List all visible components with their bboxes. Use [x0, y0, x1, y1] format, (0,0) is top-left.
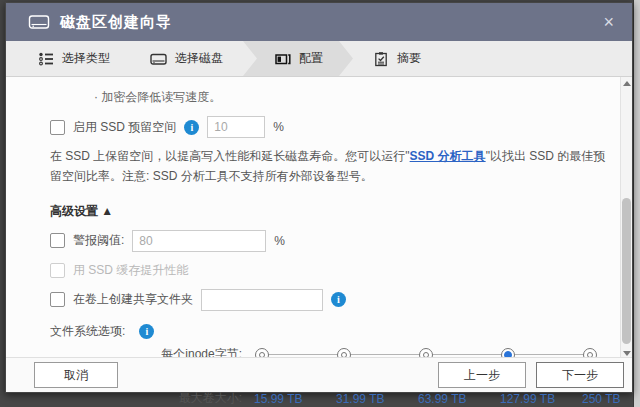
close-icon[interactable]: ×	[597, 11, 620, 33]
description-part1: 在 SSD 上保留空间，以提高写入性能和延长磁盘寿命。您可以运行"	[50, 149, 410, 163]
max-volume-value: 250 TB	[582, 390, 640, 407]
max-volume-value: 15.99 TB	[254, 390, 336, 407]
filesystem-options-label: 文件系统选项:	[50, 323, 125, 340]
step-label: 摘要	[397, 50, 421, 67]
max-volume-value: 127.99 TB	[500, 390, 582, 407]
summary-icon	[373, 51, 389, 67]
shared-folder-label: 在卷上创建共享文件夹	[73, 291, 193, 308]
max-volume-value: 63.99 TB	[418, 390, 500, 407]
max-volume-value: 31.99 TB	[336, 390, 418, 407]
percent-unit: %	[274, 234, 285, 248]
step-label: 选择磁盘	[175, 50, 223, 67]
ssd-reserve-label: 启用 SSD 预留空间	[73, 119, 176, 136]
type-list-icon	[38, 51, 54, 67]
ssd-reserve-row: 启用 SSD 预留空间 i %	[50, 116, 612, 138]
ssd-cache-label: 用 SSD 缓存提升性能	[73, 262, 188, 279]
step-select-disks[interactable]: 选择磁盘	[130, 41, 243, 76]
ssd-reserve-input[interactable]	[207, 116, 265, 138]
alert-threshold-input[interactable]	[132, 230, 266, 252]
dialog-titlebar: 磁盘区创建向导 ×	[6, 3, 632, 41]
back-button[interactable]: 上一步	[438, 362, 526, 388]
step-summary[interactable]: 摘要	[353, 41, 441, 76]
desktop-background: 磁盘区创建向导 × 选择类型	[0, 0, 640, 407]
scrollbar-thumb[interactable]	[622, 198, 631, 344]
wizard-step-bar: 选择类型 选择磁盘	[6, 41, 632, 77]
info-icon[interactable]: i	[139, 324, 154, 339]
wizard-content: · 加密会降低读写速度。 启用 SSD 预留空间 i % 在 SSD 上保留空间…	[6, 77, 632, 357]
advanced-settings-toggle[interactable]: 高级设置 ▲	[50, 203, 612, 220]
step-label: 选择类型	[62, 50, 110, 67]
step-label: 配置	[299, 50, 323, 67]
alert-threshold-label: 警报阈值:	[73, 232, 124, 249]
content-scrollbar[interactable]	[620, 77, 632, 359]
alert-threshold-row: 警报阈值: %	[50, 230, 612, 252]
ssd-cache-row: 用 SSD 缓存提升性能	[50, 262, 612, 279]
max-volume-label: 最大卷大小:	[50, 390, 254, 407]
dialog-footer: 取消 上一步 下一步	[6, 357, 632, 392]
ssd-reserve-checkbox[interactable]	[50, 120, 65, 135]
info-icon[interactable]: i	[331, 292, 346, 307]
next-button[interactable]: 下一步	[536, 362, 624, 388]
step-select-type[interactable]: 选择类型	[18, 41, 130, 76]
info-icon[interactable]: i	[184, 120, 199, 135]
ssd-cache-checkbox	[50, 263, 65, 278]
percent-unit: %	[273, 120, 284, 134]
ssd-reserve-description: 在 SSD 上保留空间，以提高写入性能和延长磁盘寿命。您可以运行"SSD 分析工…	[50, 146, 612, 187]
dialog-title: 磁盘区创建向导	[60, 13, 172, 32]
disk-icon	[150, 51, 167, 67]
shared-folder-row: 在卷上创建共享文件夹 i	[50, 289, 612, 311]
shared-folder-checkbox[interactable]	[50, 292, 65, 307]
step-configure[interactable]: 配置	[243, 41, 353, 76]
disk-drive-icon	[28, 11, 50, 33]
ssd-profiling-tool-link[interactable]: SSD 分析工具	[410, 149, 486, 163]
alert-threshold-checkbox[interactable]	[50, 233, 65, 248]
scroll-up-icon[interactable]	[621, 77, 632, 89]
shared-folder-input[interactable]	[201, 289, 323, 311]
cancel-button[interactable]: 取消	[34, 362, 118, 388]
encryption-note: · 加密会降低读写速度。	[94, 89, 612, 106]
volume-creation-wizard-dialog: 磁盘区创建向导 × 选择类型	[5, 2, 633, 393]
partition-icon	[275, 51, 291, 67]
filesystem-options-row: 文件系统选项: i	[50, 323, 612, 340]
